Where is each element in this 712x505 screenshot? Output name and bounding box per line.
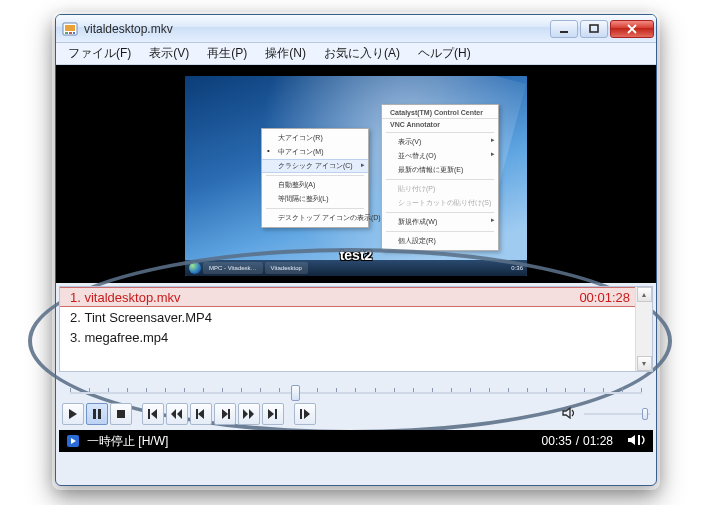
- maximize-button[interactable]: [580, 20, 608, 38]
- menu-navigate[interactable]: 操作(N): [257, 43, 314, 64]
- playlist-index: 2.: [70, 310, 81, 325]
- status-time-current: 00:35: [542, 434, 572, 448]
- play-button[interactable]: [62, 403, 84, 425]
- taskbar-button: Vitadesktop: [265, 262, 308, 274]
- step-forward-button[interactable]: [214, 403, 236, 425]
- stop-button[interactable]: [110, 403, 132, 425]
- pause-button[interactable]: [86, 403, 108, 425]
- window-title: vitaldesktop.mkv: [84, 22, 548, 36]
- status-time-total: 01:28: [583, 434, 613, 448]
- playlist-index: 1.: [70, 290, 81, 305]
- rewind-button[interactable]: [166, 403, 188, 425]
- status-state: 一時停止: [87, 433, 135, 450]
- playlist-item[interactable]: 2. Tint Screensaver.MP4: [60, 307, 652, 327]
- skip-back-button[interactable]: [142, 403, 164, 425]
- status-play-icon: [65, 433, 81, 449]
- svg-rect-14: [300, 409, 302, 419]
- ctx-item: 等間隔に整列(L): [262, 192, 368, 206]
- video-area[interactable]: 大アイコン(R) 中アイコン(M) クラシック アイコン(C) 自動整列(A) …: [56, 65, 656, 283]
- volume-slider[interactable]: [584, 413, 650, 415]
- svg-rect-2: [65, 32, 68, 34]
- app-icon: [62, 21, 78, 37]
- svg-rect-10: [148, 409, 150, 419]
- menu-favorites[interactable]: お気に入り(A): [316, 43, 408, 64]
- ctx-item: 中アイコン(M): [262, 145, 368, 159]
- context-menu-right: Catalyst(TM) Control Center VNC Annotato…: [381, 104, 499, 251]
- ctx-title: Catalyst(TM) Control Center: [382, 107, 498, 119]
- ctx-item: 大アイコン(R): [262, 131, 368, 145]
- playlist: 1. vitaldesktop.mkv 00:01:28 2. Tint Scr…: [59, 286, 653, 372]
- svg-rect-16: [638, 435, 640, 445]
- frame-step-button[interactable]: [294, 403, 316, 425]
- menu-file[interactable]: ファイル(F): [60, 43, 139, 64]
- svg-rect-12: [228, 409, 230, 419]
- mute-icon[interactable]: [562, 406, 576, 423]
- ctx-item: 自動整列(A): [262, 178, 368, 192]
- playlist-index: 3.: [70, 330, 81, 345]
- menu-view[interactable]: 表示(V): [141, 43, 197, 64]
- titlebar[interactable]: vitaldesktop.mkv: [56, 15, 656, 43]
- close-button[interactable]: [610, 20, 654, 38]
- ctx-item: 新規作成(W): [382, 215, 498, 229]
- playlist-item[interactable]: 3. megafree.mp4: [60, 327, 652, 347]
- context-menu-left: 大アイコン(R) 中アイコン(M) クラシック アイコン(C) 自動整列(A) …: [261, 128, 369, 228]
- minimize-button[interactable]: [550, 20, 578, 38]
- scroll-down-icon[interactable]: ▾: [637, 356, 652, 371]
- ctx-item: ショートカットの貼り付け(S): [382, 196, 498, 210]
- transport-controls: [62, 402, 650, 426]
- ctx-title: VNC Annotator: [382, 119, 498, 130]
- volume-thumb[interactable]: [642, 408, 648, 420]
- app-window: vitaldesktop.mkv ファイル(F) 表示(V) 再生(P) 操作(…: [55, 14, 657, 486]
- status-bar: 一時停止 [H/W] 00:35 / 01:28: [59, 430, 653, 452]
- svg-rect-7: [93, 409, 96, 419]
- skip-forward-button[interactable]: [262, 403, 284, 425]
- menubar: ファイル(F) 表示(V) 再生(P) 操作(N) お気に入り(A) ヘルプ(H…: [56, 43, 656, 65]
- ctx-item: 個人設定(R): [382, 234, 498, 248]
- taskbar-clock: 0:36: [511, 265, 523, 271]
- playlist-item[interactable]: 1. vitaldesktop.mkv 00:01:28: [60, 287, 652, 307]
- svg-rect-3: [69, 32, 72, 34]
- status-mode: [H/W]: [138, 434, 168, 448]
- video-frame: 大アイコン(R) 中アイコン(M) クラシック アイコン(C) 自動整列(A) …: [185, 76, 527, 276]
- svg-rect-13: [275, 409, 277, 419]
- playlist-name: Tint Screensaver.MP4: [84, 310, 211, 325]
- playlist-name: megafree.mp4: [84, 330, 168, 345]
- status-separator: /: [576, 434, 579, 448]
- fast-forward-button[interactable]: [238, 403, 260, 425]
- scroll-up-icon[interactable]: ▴: [637, 287, 652, 302]
- ctx-item: デスクトップ アイコンの表示(D): [262, 211, 368, 225]
- svg-rect-6: [590, 25, 598, 32]
- svg-rect-9: [117, 410, 125, 418]
- svg-rect-1: [65, 25, 75, 31]
- ctx-item: 貼り付け(P): [382, 182, 498, 196]
- menu-help[interactable]: ヘルプ(H): [410, 43, 479, 64]
- seek-thumb[interactable]: [291, 385, 300, 401]
- playlist-name: vitaldesktop.mkv: [84, 290, 180, 305]
- seek-bar[interactable]: [62, 376, 650, 398]
- subtitle-text: test2: [340, 247, 373, 263]
- svg-rect-11: [196, 409, 198, 419]
- ctx-item: 表示(V): [382, 135, 498, 149]
- menu-play[interactable]: 再生(P): [199, 43, 255, 64]
- ctx-item: 最新の情報に更新(E): [382, 163, 498, 177]
- svg-rect-8: [98, 409, 101, 419]
- svg-rect-4: [73, 32, 75, 34]
- status-volume-icon[interactable]: [627, 433, 647, 450]
- step-back-button[interactable]: [190, 403, 212, 425]
- svg-rect-5: [560, 31, 568, 33]
- playlist-scrollbar[interactable]: ▴ ▾: [635, 287, 652, 371]
- ctx-item: 並べ替え(O): [382, 149, 498, 163]
- ctx-item-highlighted: クラシック アイコン(C): [262, 159, 368, 173]
- start-orb-icon: [189, 262, 201, 274]
- playlist-duration: 00:01:28: [579, 290, 630, 305]
- taskbar-button: MPC - Vitadesk…: [203, 262, 263, 274]
